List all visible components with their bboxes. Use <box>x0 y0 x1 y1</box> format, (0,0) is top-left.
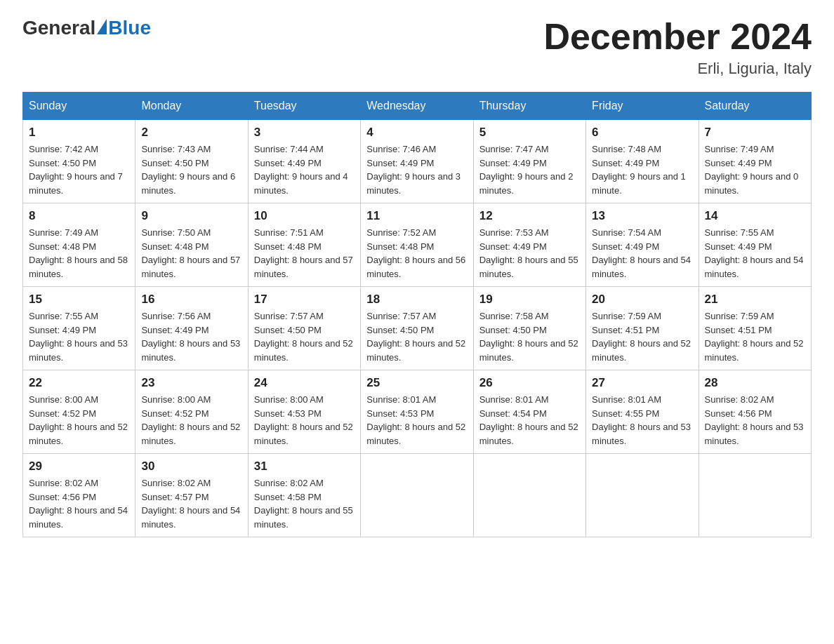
day-number: 1 <box>29 126 129 140</box>
day-number: 4 <box>366 126 467 140</box>
calendar-week-5: 29Sunrise: 8:02 AMSunset: 4:56 PMDayligh… <box>23 454 812 537</box>
day-info: Sunrise: 8:02 AMSunset: 4:57 PMDaylight:… <box>141 476 241 531</box>
day-number: 6 <box>592 126 692 140</box>
table-row: 18Sunrise: 7:57 AMSunset: 4:50 PMDayligh… <box>361 287 473 370</box>
day-info: Sunrise: 7:57 AMSunset: 4:50 PMDaylight:… <box>366 309 467 364</box>
day-number: 17 <box>254 293 355 307</box>
day-info: Sunrise: 7:55 AMSunset: 4:49 PMDaylight:… <box>705 226 805 281</box>
table-row: 20Sunrise: 7:59 AMSunset: 4:51 PMDayligh… <box>586 287 699 370</box>
header-wednesday: Wednesday <box>361 93 473 120</box>
logo-triangle-icon <box>97 19 107 34</box>
table-row: 23Sunrise: 8:00 AMSunset: 4:52 PMDayligh… <box>135 370 248 454</box>
day-info: Sunrise: 7:46 AMSunset: 4:49 PMDaylight:… <box>366 142 467 197</box>
day-info: Sunrise: 8:00 AMSunset: 4:52 PMDaylight:… <box>29 393 129 448</box>
table-row <box>361 454 473 537</box>
day-info: Sunrise: 7:57 AMSunset: 4:50 PMDaylight:… <box>254 309 355 364</box>
day-info: Sunrise: 8:02 AMSunset: 4:58 PMDaylight:… <box>254 476 355 531</box>
day-number: 24 <box>254 376 355 390</box>
table-row: 26Sunrise: 8:01 AMSunset: 4:54 PMDayligh… <box>473 370 585 454</box>
logo-general-text: General <box>22 17 95 39</box>
day-number: 12 <box>479 209 580 223</box>
table-row: 25Sunrise: 8:01 AMSunset: 4:53 PMDayligh… <box>361 370 473 454</box>
table-row: 17Sunrise: 7:57 AMSunset: 4:50 PMDayligh… <box>248 287 360 370</box>
table-row: 21Sunrise: 7:59 AMSunset: 4:51 PMDayligh… <box>699 287 811 370</box>
logo-blue-text: Blue <box>108 17 151 39</box>
header-thursday: Thursday <box>473 93 585 120</box>
table-row: 16Sunrise: 7:56 AMSunset: 4:49 PMDayligh… <box>135 287 248 370</box>
table-row: 12Sunrise: 7:53 AMSunset: 4:49 PMDayligh… <box>473 203 585 287</box>
table-row: 29Sunrise: 8:02 AMSunset: 4:56 PMDayligh… <box>23 454 135 537</box>
table-row: 10Sunrise: 7:51 AMSunset: 4:48 PMDayligh… <box>248 203 360 287</box>
header-saturday: Saturday <box>699 93 811 120</box>
table-row <box>586 454 699 537</box>
table-row: 8Sunrise: 7:49 AMSunset: 4:48 PMDaylight… <box>23 203 135 287</box>
table-row: 13Sunrise: 7:54 AMSunset: 4:49 PMDayligh… <box>586 203 699 287</box>
table-row: 27Sunrise: 8:01 AMSunset: 4:55 PMDayligh… <box>586 370 699 454</box>
day-number: 22 <box>29 376 129 390</box>
day-info: Sunrise: 7:51 AMSunset: 4:48 PMDaylight:… <box>254 226 355 281</box>
day-info: Sunrise: 7:48 AMSunset: 4:49 PMDaylight:… <box>592 142 692 197</box>
day-info: Sunrise: 8:02 AMSunset: 4:56 PMDaylight:… <box>705 393 805 448</box>
day-number: 18 <box>366 293 467 307</box>
day-number: 3 <box>254 126 355 140</box>
table-row: 31Sunrise: 8:02 AMSunset: 4:58 PMDayligh… <box>248 454 360 537</box>
calendar-week-3: 15Sunrise: 7:55 AMSunset: 4:49 PMDayligh… <box>23 287 812 370</box>
month-title: December 2024 <box>543 17 812 57</box>
day-info: Sunrise: 7:49 AMSunset: 4:48 PMDaylight:… <box>29 226 129 281</box>
day-number: 29 <box>29 459 129 474</box>
table-row: 4Sunrise: 7:46 AMSunset: 4:49 PMDaylight… <box>361 120 473 203</box>
table-row: 14Sunrise: 7:55 AMSunset: 4:49 PMDayligh… <box>699 203 811 287</box>
day-info: Sunrise: 7:49 AMSunset: 4:49 PMDaylight:… <box>705 142 805 197</box>
table-row: 11Sunrise: 7:52 AMSunset: 4:48 PMDayligh… <box>361 203 473 287</box>
day-info: Sunrise: 8:01 AMSunset: 4:53 PMDaylight:… <box>366 393 467 448</box>
table-row: 5Sunrise: 7:47 AMSunset: 4:49 PMDaylight… <box>473 120 585 203</box>
day-number: 13 <box>592 209 692 223</box>
day-number: 7 <box>705 126 805 140</box>
day-number: 11 <box>366 209 467 223</box>
table-row: 2Sunrise: 7:43 AMSunset: 4:50 PMDaylight… <box>135 120 248 203</box>
location-title: Erli, Liguria, Italy <box>543 60 812 78</box>
table-row: 3Sunrise: 7:44 AMSunset: 4:49 PMDaylight… <box>248 120 360 203</box>
day-number: 14 <box>705 209 805 223</box>
day-info: Sunrise: 7:44 AMSunset: 4:49 PMDaylight:… <box>254 142 355 197</box>
header-tuesday: Tuesday <box>248 93 360 120</box>
day-info: Sunrise: 7:59 AMSunset: 4:51 PMDaylight:… <box>705 309 805 364</box>
day-number: 9 <box>141 209 241 223</box>
day-info: Sunrise: 7:47 AMSunset: 4:49 PMDaylight:… <box>479 142 580 197</box>
table-row: 9Sunrise: 7:50 AMSunset: 4:48 PMDaylight… <box>135 203 248 287</box>
logo: General Blue <box>22 17 151 39</box>
day-info: Sunrise: 7:55 AMSunset: 4:49 PMDaylight:… <box>29 309 129 364</box>
table-row: 15Sunrise: 7:55 AMSunset: 4:49 PMDayligh… <box>23 287 135 370</box>
day-info: Sunrise: 7:58 AMSunset: 4:50 PMDaylight:… <box>479 309 580 364</box>
title-area: December 2024 Erli, Liguria, Italy <box>543 17 812 78</box>
table-row: 24Sunrise: 8:00 AMSunset: 4:53 PMDayligh… <box>248 370 360 454</box>
day-number: 28 <box>705 376 805 390</box>
day-info: Sunrise: 7:56 AMSunset: 4:49 PMDaylight:… <box>141 309 241 364</box>
day-number: 23 <box>141 376 241 390</box>
day-info: Sunrise: 7:43 AMSunset: 4:50 PMDaylight:… <box>141 142 241 197</box>
day-info: Sunrise: 7:42 AMSunset: 4:50 PMDaylight:… <box>29 142 129 197</box>
calendar-header-row: Sunday Monday Tuesday Wednesday Thursday… <box>23 93 812 120</box>
day-number: 2 <box>141 126 241 140</box>
day-number: 30 <box>141 459 241 474</box>
table-row: 6Sunrise: 7:48 AMSunset: 4:49 PMDaylight… <box>586 120 699 203</box>
day-number: 27 <box>592 376 692 390</box>
table-row: 19Sunrise: 7:58 AMSunset: 4:50 PMDayligh… <box>473 287 585 370</box>
day-number: 25 <box>366 376 467 390</box>
day-number: 5 <box>479 126 580 140</box>
day-number: 21 <box>705 293 805 307</box>
day-number: 15 <box>29 293 129 307</box>
table-row: 22Sunrise: 8:00 AMSunset: 4:52 PMDayligh… <box>23 370 135 454</box>
table-row <box>699 454 811 537</box>
day-info: Sunrise: 7:53 AMSunset: 4:49 PMDaylight:… <box>479 226 580 281</box>
day-number: 16 <box>141 293 241 307</box>
header-sunday: Sunday <box>23 93 135 120</box>
day-number: 8 <box>29 209 129 223</box>
calendar-week-1: 1Sunrise: 7:42 AMSunset: 4:50 PMDaylight… <box>23 120 812 203</box>
day-number: 31 <box>254 459 355 474</box>
table-row: 7Sunrise: 7:49 AMSunset: 4:49 PMDaylight… <box>699 120 811 203</box>
calendar-week-2: 8Sunrise: 7:49 AMSunset: 4:48 PMDaylight… <box>23 203 812 287</box>
day-info: Sunrise: 8:00 AMSunset: 4:53 PMDaylight:… <box>254 393 355 448</box>
day-info: Sunrise: 7:59 AMSunset: 4:51 PMDaylight:… <box>592 309 692 364</box>
day-info: Sunrise: 7:52 AMSunset: 4:48 PMDaylight:… <box>366 226 467 281</box>
